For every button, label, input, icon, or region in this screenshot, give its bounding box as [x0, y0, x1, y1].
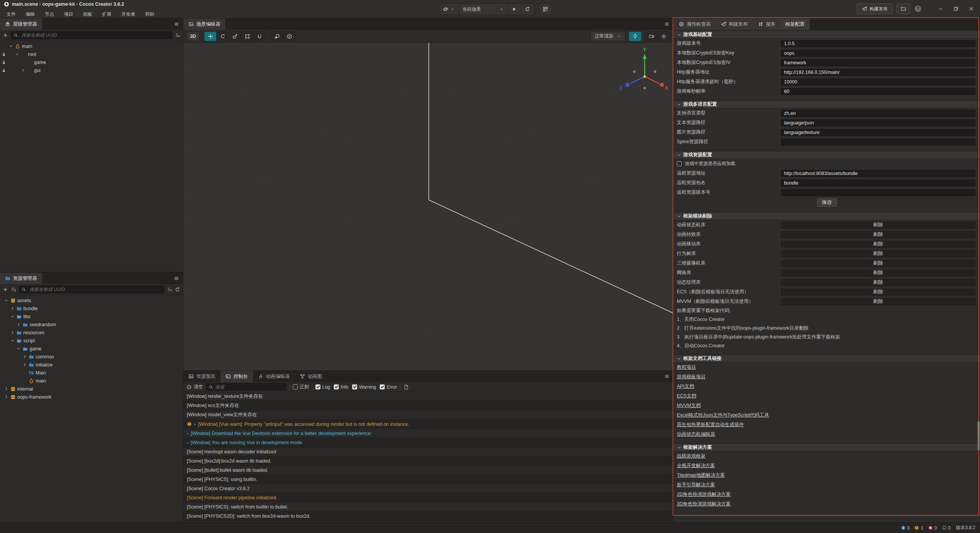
filter-icon-button[interactable]	[175, 33, 180, 38]
remove-module-network-button[interactable]: 剔除	[781, 270, 975, 276]
hierarchy-node-main[interactable]: main	[0, 42, 183, 50]
section-header-solutions[interactable]: 框架解决方案	[674, 443, 980, 451]
link-mvvm-doc[interactable]: MVVM文档	[677, 401, 701, 410]
log-row[interactable]: [Scene] meshopt wasm decoder initialized	[183, 447, 673, 456]
link-fullstack[interactable]: 全栈开发解决方案	[677, 461, 715, 471]
remove-module-move-button[interactable]: 剔除	[781, 241, 975, 248]
platform-select[interactable]	[439, 4, 459, 15]
mode-3d-button[interactable]: 3D	[186, 32, 199, 41]
transform-tool-button[interactable]	[253, 32, 266, 41]
filter-error[interactable]: Error	[380, 384, 397, 390]
menu-developer[interactable]: 开发者	[116, 10, 140, 18]
section-header-game-res[interactable]: 游戏资源配置	[674, 151, 980, 159]
expand-arrow[interactable]	[3, 386, 10, 391]
log-row[interactable]: [Scene] [box2d]:box2d wasm lib loaded.	[183, 456, 673, 466]
regex-checkbox[interactable]: 正则	[293, 384, 309, 390]
input-frame-rate[interactable]	[781, 88, 975, 95]
expand-arrow[interactable]	[8, 44, 14, 49]
assets-node-resources[interactable]: resources	[0, 329, 183, 337]
play-button[interactable]	[508, 4, 521, 15]
input-text-path[interactable]	[781, 119, 975, 126]
console-log-list[interactable]: [Window] render_texture文件夹存在[Window] ecs…	[183, 392, 673, 522]
assets-menu-button[interactable]	[170, 273, 183, 284]
move-tool-button[interactable]	[204, 32, 217, 41]
log-row[interactable]: [Scene] Forward render pipeline initiali…	[183, 493, 673, 502]
link-hotupdate-plugin[interactable]: 原生包热更新配置自动生成插件	[677, 420, 744, 430]
log-row[interactable]: [Scene] [bullet]:bullet wasm lib loaded.	[183, 466, 673, 475]
assets-node-game[interactable]: game	[0, 345, 183, 353]
maximize-button[interactable]	[950, 3, 962, 14]
assets-node-seedrandom[interactable]: seedrandom	[0, 320, 183, 329]
filter-info[interactable]: Info	[334, 384, 348, 390]
expand-arrow[interactable]	[20, 68, 26, 73]
hierarchy-node-game[interactable]: game	[0, 58, 183, 66]
input-http-timeout[interactable]	[781, 78, 975, 85]
render-mode-select[interactable]: 正常渲染	[591, 32, 625, 41]
section-header-game-basic[interactable]: 游戏基础配置	[674, 31, 980, 39]
tab-animation-graph[interactable]: 动画图	[295, 371, 327, 382]
assets-node-assets[interactable]: assets	[0, 296, 183, 304]
preview-device-button[interactable]	[539, 3, 552, 15]
filter-warning[interactable]: Warning	[352, 384, 376, 390]
input-remote-url[interactable]	[781, 170, 975, 177]
asset-filter-button[interactable]	[167, 287, 172, 292]
assets-node-initialize[interactable]: initialize	[0, 361, 183, 369]
link-excel-tool[interactable]: Excel格式转Json文件与TypeScript代码工具	[677, 410, 769, 420]
filter-info-checkbox[interactable]	[334, 384, 339, 389]
rect-tool-button[interactable]	[241, 32, 253, 41]
menu-help[interactable]: 帮助	[140, 10, 159, 18]
filter-warning-checkbox[interactable]	[352, 384, 357, 389]
remove-module-effect-button[interactable]: 剔除	[781, 231, 975, 238]
scene-camera-button[interactable]	[645, 32, 658, 41]
remove-module-ecs-button[interactable]: 剔除	[781, 289, 975, 296]
link-tactics[interactable]: 战棋游戏框架	[677, 451, 706, 461]
inspector-scrollbar-thumb[interactable]	[978, 421, 980, 450]
link-rpg3d[interactable]: 3D角色扮演游戏解决方案	[677, 499, 731, 509]
expand-chevron-icon[interactable]: ›	[194, 422, 196, 427]
add-node-button[interactable]	[3, 33, 8, 38]
tab-asset-preview[interactable]: 资源预览	[183, 371, 220, 382]
remove-module-behavior-tree-button[interactable]: 剔除	[781, 250, 975, 257]
link-guide[interactable]: 新手引导解决方案	[677, 480, 715, 490]
log-file-button[interactable]	[403, 384, 409, 390]
assets-node-main-ts[interactable]: TSMain	[0, 369, 183, 377]
input-game-version[interactable]	[781, 40, 975, 47]
scale-tool-button[interactable]	[229, 32, 241, 41]
sort-assets-button[interactable]	[11, 287, 16, 292]
regex-checkbox-box[interactable]	[293, 384, 298, 389]
minimize-button[interactable]	[935, 3, 946, 14]
expand-arrow[interactable]	[21, 354, 28, 359]
console-search-input[interactable]	[215, 384, 284, 390]
hierarchy-search-input[interactable]	[20, 32, 170, 38]
input-remote-version[interactable]	[781, 189, 975, 196]
assets-node-script[interactable]: script	[0, 337, 183, 345]
link-tutorial[interactable]: 教程项目	[677, 363, 696, 372]
remove-module-animator-button[interactable]: 剔除	[781, 222, 975, 229]
status-notification[interactable]: 0	[942, 525, 951, 531]
link-rpg2d[interactable]: 2D角色扮演游戏解决方案	[677, 490, 731, 499]
assets-node-oops-framework[interactable]: oops-framework	[0, 393, 183, 401]
input-languages[interactable]	[781, 110, 975, 117]
refresh-assets-button[interactable]	[175, 287, 180, 292]
log-row[interactable]: [Window] render_texture文件夹存在	[183, 392, 673, 401]
save-button[interactable]: 保存	[817, 198, 837, 207]
scene-select[interactable]: 当前场景	[459, 4, 508, 15]
tab-console[interactable]: 控制台	[220, 371, 253, 382]
scene-viewport[interactable]: Y X Z	[183, 43, 673, 370]
assets-node-bundle[interactable]: bundle	[0, 304, 183, 312]
link-ecs-doc[interactable]: ECS文档	[677, 391, 696, 401]
expand-arrow[interactable]	[9, 330, 16, 335]
scene-menu-button[interactable]	[660, 18, 673, 30]
expand-arrow[interactable]	[15, 346, 22, 351]
scene-settings-button[interactable]	[658, 32, 670, 41]
log-row[interactable]: ›[Window] Download the Vue Devtools exte…	[183, 429, 673, 438]
console-menu-button[interactable]	[660, 371, 673, 382]
input-remote-bundle[interactable]	[781, 180, 975, 186]
link-template[interactable]: 游戏模板项目	[677, 372, 706, 382]
help-button[interactable]: ?	[914, 5, 922, 13]
log-row[interactable]: [Scene] Cocos Creator v3.8.2	[183, 484, 673, 493]
tab-hierarchy[interactable]: 层级管理器	[0, 18, 42, 30]
filter-log-checkbox[interactable]	[315, 384, 320, 389]
expand-arrow[interactable]	[9, 338, 16, 343]
expand-arrow[interactable]	[14, 52, 20, 57]
